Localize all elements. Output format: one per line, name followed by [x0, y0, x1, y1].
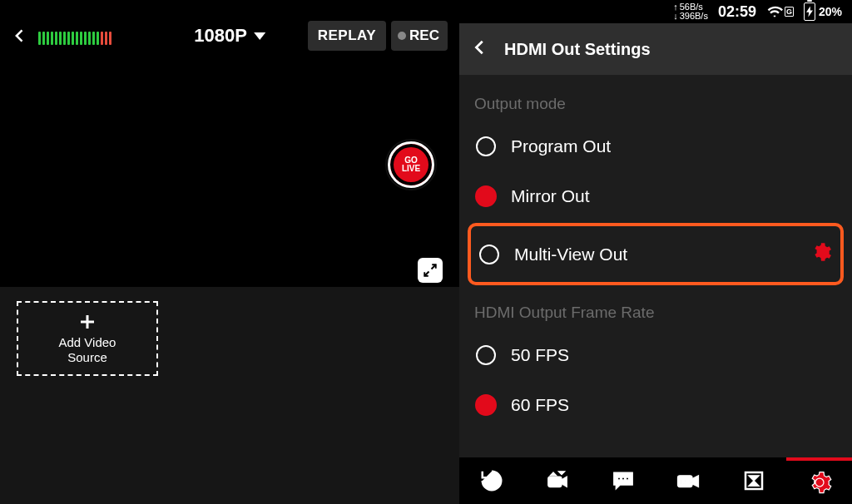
option-mirror-out[interactable]: Mirror Out — [468, 171, 844, 221]
svg-marker-16 — [749, 481, 760, 486]
option-label: 50 FPS — [511, 345, 569, 365]
svg-marker-15 — [749, 476, 760, 481]
add-video-source-tile[interactable]: Add Video Source — [17, 301, 158, 376]
radio-icon — [476, 136, 496, 156]
settings-list: Output mode Program Out Mirror Out Multi… — [459, 75, 852, 457]
dock-settings[interactable] — [786, 457, 852, 504]
option-label: Multi-View Out — [514, 245, 627, 264]
fullscreen-button[interactable] — [418, 258, 443, 283]
svg-point-10 — [626, 477, 628, 480]
svg-marker-7 — [562, 477, 567, 487]
wifi-icon: G — [766, 3, 794, 20]
android-status-bar: ↑56B/s ↓396B/s 02:59 G 20% — [459, 0, 852, 23]
add-video-source-label: Add Video Source — [59, 335, 116, 365]
go-live-button[interactable]: GO LIVE — [388, 141, 434, 188]
clock: 02:59 — [718, 3, 756, 21]
resolution-label: 1080P — [194, 25, 247, 47]
svg-point-9 — [622, 477, 624, 480]
dock-hourglass[interactable] — [721, 457, 787, 504]
panel-title: HDMI Out Settings — [504, 40, 651, 59]
battery-indicator: 20% — [804, 2, 842, 21]
record-label: REC — [409, 27, 439, 44]
section-fps: HDMI Output Frame Rate — [468, 287, 844, 330]
svg-marker-4 — [806, 7, 813, 17]
radio-icon — [479, 245, 499, 264]
settings-panel-header: HDMI Out Settings — [459, 23, 852, 75]
radio-icon-selected — [476, 395, 496, 415]
replay-button[interactable]: REPLAY — [308, 21, 386, 51]
section-output-mode: Output mode — [468, 78, 844, 121]
option-program-out[interactable]: Program Out — [468, 121, 844, 171]
record-dot-icon — [398, 32, 406, 40]
option-label: Mirror Out — [511, 186, 590, 206]
dock-record[interactable]: REC — [656, 457, 721, 504]
svg-rect-6 — [548, 477, 562, 487]
option-60-fps[interactable]: 60 FPS — [468, 380, 844, 420]
network-speed: ↑56B/s ↓396B/s — [673, 2, 708, 21]
record-button[interactable]: REC — [391, 21, 448, 51]
go-live-line2: LIVE — [402, 165, 420, 173]
bottom-dock: REC — [459, 457, 852, 504]
back-button[interactable] — [8, 24, 32, 47]
preview-pane: 1080P REPLAY REC GO LIVE Add Video Sourc… — [0, 0, 459, 504]
audio-meter — [38, 27, 111, 45]
wifi-badge: G — [785, 7, 794, 17]
go-live-line1: GO — [404, 156, 418, 165]
dock-rewind[interactable] — [459, 457, 525, 504]
option-label: 60 FPS — [511, 395, 569, 415]
option-multi-view-out[interactable]: Multi-View Out — [468, 223, 844, 285]
resolution-dropdown[interactable]: 1080P — [194, 25, 265, 47]
dock-chat[interactable] — [590, 457, 656, 504]
battery-percent: 20% — [819, 5, 842, 18]
svg-text:REC: REC — [681, 478, 695, 486]
option-50-fps[interactable]: 50 FPS — [468, 330, 844, 380]
svg-point-8 — [617, 477, 620, 480]
gear-icon[interactable] — [810, 241, 832, 267]
radio-icon — [476, 345, 496, 365]
chevron-down-icon — [254, 32, 265, 40]
dock-camera-switch[interactable] — [525, 457, 591, 504]
panel-back-button[interactable] — [471, 38, 489, 60]
radio-icon-selected — [476, 186, 496, 206]
option-label: Program Out — [511, 136, 611, 156]
